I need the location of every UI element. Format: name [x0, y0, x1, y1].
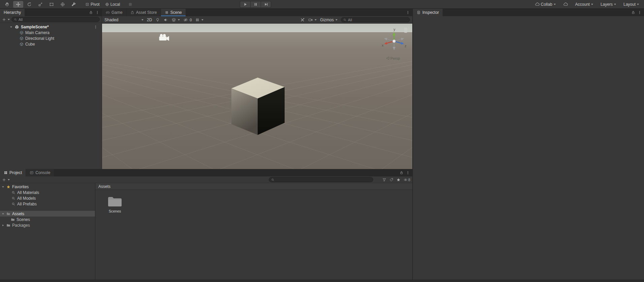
- foldout-down-icon[interactable]: [1, 212, 5, 216]
- project-search[interactable]: [269, 177, 373, 182]
- rotate-tool-button[interactable]: [24, 1, 34, 8]
- custom-tool-button[interactable]: [69, 1, 79, 8]
- tab-game[interactable]: Game: [102, 9, 126, 16]
- lighting-bulb-icon[interactable]: [155, 18, 160, 22]
- hierarchy-toolbar: [0, 16, 102, 23]
- cloud-services-button[interactable]: [561, 1, 570, 8]
- pause-button[interactable]: [250, 1, 261, 8]
- scene-tools-icon[interactable]: [300, 18, 305, 22]
- tree-item-assets[interactable]: Assets: [0, 211, 95, 217]
- add-icon[interactable]: [2, 18, 6, 22]
- axis-center-ball[interactable]: [392, 39, 395, 43]
- project-search-input[interactable]: [276, 178, 371, 182]
- tab-console[interactable]: Console: [26, 169, 54, 176]
- chevron-down-icon: [201, 19, 203, 21]
- folder-open-icon: [6, 212, 10, 216]
- hierarchy-search-input[interactable]: [19, 18, 97, 22]
- tab-scene[interactable]: Scene: [161, 9, 186, 16]
- play-controls: [240, 1, 271, 8]
- play-button[interactable]: [240, 1, 250, 8]
- search-by-label-icon[interactable]: [389, 178, 393, 182]
- hand-tool-button[interactable]: [2, 1, 12, 8]
- layout-dropdown[interactable]: Layout: [622, 1, 641, 8]
- axis-y-label: y: [393, 27, 395, 31]
- tree-item-favorites[interactable]: Favorites: [0, 184, 95, 190]
- grid-icon: [165, 10, 169, 15]
- lock-icon[interactable]: [89, 10, 93, 15]
- star-icon: [6, 185, 10, 189]
- local-toggle-button[interactable]: Local: [103, 1, 122, 8]
- chevron-down-icon: [335, 19, 337, 21]
- project-folder-tree: Favorites All Materials All Models All P…: [0, 183, 95, 280]
- scene-search-input[interactable]: [348, 18, 408, 22]
- hierarchy-item-directional-light[interactable]: Directional Light: [0, 35, 102, 41]
- tab-inspector[interactable]: Inspector: [413, 9, 443, 16]
- hidden-packages-toggle[interactable]: 8: [404, 178, 410, 182]
- tab-game-label: Game: [111, 10, 123, 15]
- chevron-down-icon: [141, 19, 143, 21]
- effects-dropdown[interactable]: [171, 18, 180, 22]
- scene-viewport[interactable]: y x z Persp: [102, 24, 412, 169]
- tab-asset-store[interactable]: Asset Store: [127, 9, 161, 16]
- transform-tool-button[interactable]: [58, 1, 68, 8]
- hierarchy-search[interactable]: [11, 17, 100, 22]
- move-tool-button[interactable]: [13, 1, 23, 8]
- assets-grid: Scenes: [95, 190, 412, 213]
- tree-item-all-models[interactable]: All Models: [0, 195, 95, 201]
- kebab-menu-icon[interactable]: [406, 10, 410, 15]
- hierarchy-item-cube[interactable]: Cube: [0, 41, 102, 47]
- layers-label: Layers: [601, 2, 613, 7]
- scene-visibility-toggle[interactable]: 0: [183, 18, 192, 22]
- scale-tool-button[interactable]: [35, 1, 45, 8]
- rect-tool-button[interactable]: [46, 1, 57, 8]
- layout-label: Layout: [623, 2, 636, 7]
- kebab-menu-icon[interactable]: [406, 171, 410, 175]
- hidden-count: 0: [190, 18, 192, 22]
- tree-item-all-materials[interactable]: All Materials: [0, 190, 95, 195]
- layers-dropdown[interactable]: Layers: [599, 1, 618, 8]
- save-search-icon[interactable]: [396, 178, 400, 182]
- grid-visual-dropdown[interactable]: [195, 18, 203, 22]
- foldout-down-icon[interactable]: [9, 25, 13, 29]
- account-label: Account: [575, 2, 590, 7]
- hidden-packages-count: 8: [408, 178, 410, 182]
- tree-item-scenes[interactable]: Scenes: [0, 217, 95, 222]
- search-by-type-icon[interactable]: [382, 178, 386, 182]
- rect-icon: [49, 2, 54, 7]
- gizmos-dropdown[interactable]: Gizmos: [320, 18, 337, 22]
- pivot-toggle-button[interactable]: Pivot: [84, 1, 101, 8]
- grid-snap-button[interactable]: [126, 1, 134, 8]
- scene-search[interactable]: [341, 17, 410, 22]
- asset-item-scenes[interactable]: Scenes: [104, 196, 126, 213]
- kebab-menu-icon[interactable]: [94, 25, 98, 29]
- foldout-down-icon[interactable]: [1, 185, 5, 189]
- axis-z-label: z: [405, 44, 407, 48]
- collab-dropdown[interactable]: Collab: [533, 1, 557, 8]
- hand-icon: [5, 2, 9, 7]
- hierarchy-item-scene[interactable]: SampleScene*: [0, 24, 102, 30]
- add-dropdown-caret[interactable]: [8, 179, 10, 180]
- lock-icon[interactable]: [399, 171, 404, 175]
- toggle-2d-button[interactable]: 2D: [147, 18, 152, 22]
- foldout-right-icon[interactable]: [1, 224, 5, 227]
- camera-settings-dropdown[interactable]: [308, 18, 317, 22]
- tab-project[interactable]: Project: [0, 169, 26, 176]
- account-dropdown[interactable]: Account: [574, 1, 595, 8]
- tree-item-all-prefabs[interactable]: All Prefabs: [0, 201, 95, 207]
- tree-item-packages[interactable]: Packages: [0, 222, 95, 228]
- add-icon[interactable]: [2, 178, 6, 182]
- search-icon: [271, 178, 275, 181]
- audio-icon[interactable]: [163, 18, 168, 22]
- draw-mode-dropdown[interactable]: Shaded: [104, 18, 143, 22]
- tab-hierarchy[interactable]: Hierarchy: [0, 9, 25, 16]
- hierarchy-item-main-camera[interactable]: Main Camera: [0, 30, 102, 35]
- kebab-menu-icon[interactable]: [638, 10, 642, 15]
- lock-icon[interactable]: [631, 10, 635, 15]
- collab-label: Collab: [541, 2, 552, 7]
- scene-render[interactable]: y x z Persp: [102, 24, 412, 169]
- step-button[interactable]: [261, 1, 271, 8]
- handle-toggles-group: Pivot Local: [84, 1, 134, 8]
- kebab-menu-icon[interactable]: [95, 10, 99, 15]
- cube-object[interactable]: [231, 78, 285, 135]
- add-dropdown-caret[interactable]: [8, 19, 10, 20]
